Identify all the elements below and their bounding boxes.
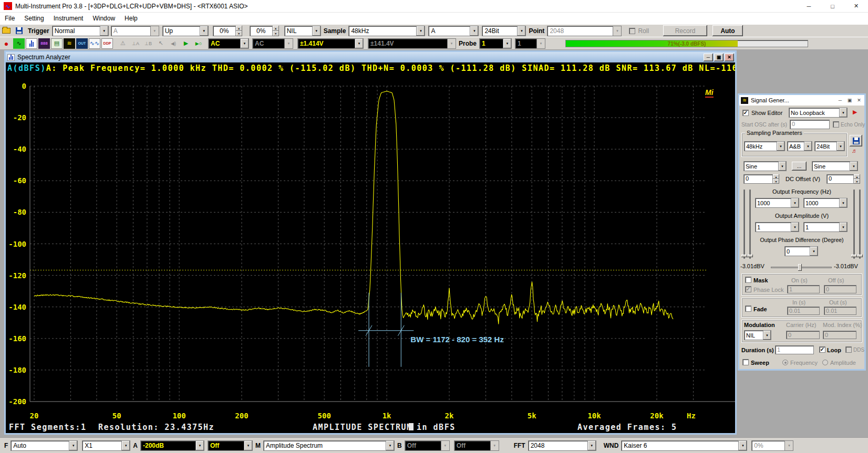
trigger-delay-stepper[interactable]: 0% ▲▼	[250, 26, 279, 36]
trigger-edge-select[interactable]: Up▼	[162, 26, 209, 36]
range-b-select: ±141.4V▼	[368, 38, 456, 49]
slider-handle-b1[interactable]	[851, 255, 857, 257]
device-test-plan-icon[interactable]: OUT	[76, 38, 88, 49]
maximize-icon[interactable]: □	[821, 0, 844, 13]
oscilloscope-icon[interactable]: ∿	[13, 38, 25, 49]
auto-button[interactable]: Auto	[712, 25, 743, 36]
trigger-level-stepper[interactable]: 0% ▲▼	[213, 26, 242, 36]
notes-icon[interactable]: ♬	[852, 148, 857, 154]
wnd-label: WND	[604, 442, 619, 449]
freq-axis-label: F	[4, 442, 8, 449]
phase-lock-checkbox	[745, 286, 751, 292]
coupling-a-select[interactable]: AC▼	[208, 38, 249, 49]
waveform-editor-button[interactable]: ...	[792, 162, 807, 171]
amplitude-slider-b2[interactable]	[859, 189, 861, 259]
menu-instrument[interactable]: Instrument	[49, 13, 88, 24]
siggen-titlebar[interactable]: ≋ Signal Gener... ─ ▣ ✕	[739, 95, 864, 106]
amplitude-slider-a2[interactable]	[749, 189, 751, 259]
spectrum-chart[interactable]: 0-20-40-60-80-100-120-140-160-180-200205…	[6, 74, 735, 433]
waveform-b-select[interactable]: Sine▼	[812, 161, 858, 171]
slider-handle-b2[interactable]	[857, 255, 863, 257]
loop-checkbox[interactable]	[819, 346, 825, 353]
siggen-bits-select[interactable]: 24Bit▼	[814, 141, 845, 151]
pointer-icon: ↖	[155, 38, 167, 49]
play-loop-icon[interactable]: ▶○	[193, 38, 204, 49]
waveform-a-select[interactable]: Sine▼	[743, 161, 787, 171]
slider-handle-a1[interactable]	[741, 255, 747, 257]
spectrum-minimize-icon[interactable]: ─	[704, 54, 713, 61]
spectrum-analyzer-icon[interactable]	[26, 38, 37, 49]
frequency-a-select[interactable]: 1000▼	[755, 198, 799, 208]
duration-field[interactable]: 1	[775, 345, 814, 354]
channel-scale-label: A(dBFS)	[7, 64, 46, 73]
frequency-b-select[interactable]: 1000▼	[803, 198, 848, 208]
mask-checkbox[interactable]	[745, 277, 751, 283]
spectrum-3d-icon[interactable]: ≋	[64, 38, 75, 49]
fade-checkbox[interactable]	[745, 305, 751, 312]
slider-handle-a2[interactable]	[747, 255, 753, 257]
dc-offset-b-stepper[interactable]: ▲▼	[854, 174, 860, 184]
spectrum-restore-icon[interactable]: ▣	[714, 54, 724, 61]
multimeter-icon[interactable]: 888	[38, 38, 50, 49]
sample-bits-select[interactable]: 24Bit▼	[482, 26, 526, 36]
freq-axis-select[interactable]: Auto▼	[11, 440, 78, 451]
probe-a-select[interactable]: 1▼	[479, 38, 512, 49]
menu-setting[interactable]: Setting	[19, 13, 48, 24]
spectrum-window-titlebar[interactable]: Spectrum Analyzer ─ ▣ ✕	[6, 52, 735, 62]
sweep-checkbox[interactable]	[742, 359, 749, 365]
trigger-nil-select[interactable]: NIL▼	[284, 26, 321, 36]
minimize-icon[interactable]: ─	[797, 0, 821, 13]
sample-rate-select[interactable]: 48kHz▼	[348, 26, 425, 36]
signal-generator-icon[interactable]: ∿∿	[89, 38, 100, 49]
menu-help[interactable]: Help	[120, 13, 142, 24]
record-icon[interactable]: ●	[1, 38, 12, 49]
ddp-viewer-icon[interactable]: DDP	[101, 38, 113, 49]
siggen-minimize-icon[interactable]: ─	[836, 97, 844, 104]
amplitude-slider-a1[interactable]	[743, 189, 745, 259]
siggen-channels-select[interactable]: A&B▼	[787, 141, 812, 151]
range-a-display-select[interactable]: -200dB▼	[140, 440, 204, 451]
siggen-maximize-icon[interactable]: ▣	[845, 97, 854, 104]
loopback-select[interactable]: No Loopback▼	[789, 108, 848, 118]
menu-file[interactable]: File	[0, 13, 19, 24]
window-function-select[interactable]: Kaiser 6▼	[621, 440, 747, 451]
zoom-select[interactable]: X1▼	[82, 440, 130, 451]
dds-label: DDS	[853, 347, 864, 353]
amplitude-a-select[interactable]: 1▼	[755, 222, 799, 232]
siggen-rate-select[interactable]: 48kHz▼	[744, 141, 785, 151]
amplitude-b-select[interactable]: 1▼	[803, 222, 848, 232]
siggen-close-icon[interactable]: ✕	[855, 97, 863, 104]
data-logger-icon[interactable]: ▤	[51, 38, 63, 49]
dc-offset-b-field[interactable]: 0	[826, 174, 854, 184]
svg-text:5k: 5k	[528, 412, 536, 420]
coupling-b-select: AC▼	[252, 38, 293, 49]
mi-logo: Mi	[705, 89, 714, 98]
spectrum-close-icon[interactable]: ✕	[725, 54, 734, 61]
open-file-icon[interactable]	[1, 26, 12, 36]
show-editor-checkbox[interactable]	[742, 110, 749, 116]
play-icon[interactable]: ▶	[180, 38, 192, 49]
phase-select[interactable]: 0▼	[784, 246, 818, 256]
display-mode-select[interactable]: Amplitude Spectrum▼	[263, 440, 395, 451]
dc-offset-a-stepper[interactable]: ▲▼	[773, 174, 779, 184]
mask-on-label: On (s)	[791, 277, 808, 283]
save-file-icon[interactable]	[13, 26, 25, 36]
fft-size-select[interactable]: 2048▼	[528, 440, 596, 451]
siggen-play-icon[interactable]: ▶	[853, 109, 857, 115]
bw-cursor-label: BW = 1172 - 820 = 352 Hz	[410, 335, 504, 344]
sample-channel-select[interactable]: A▼	[428, 26, 479, 36]
siggen-save-button[interactable]	[850, 135, 862, 146]
range-a-select[interactable]: ±1.414V▼	[297, 38, 364, 49]
balance-slider-handle[interactable]	[798, 264, 802, 271]
chart-units-label: in dBFS	[417, 423, 456, 432]
spectrum-plot[interactable]: 0-20-40-60-80-100-120-140-160-180-200205…	[6, 74, 735, 433]
close-icon[interactable]: ✕	[844, 0, 868, 13]
amplitude-slider-b1[interactable]	[853, 189, 855, 259]
shift-a-select[interactable]: Off▼	[208, 440, 253, 451]
trigger-mode-select[interactable]: Normal▼	[52, 26, 109, 36]
svg-text:-80: -80	[13, 208, 26, 216]
dc-offset-a-field[interactable]: 0	[743, 174, 773, 184]
modulation-select[interactable]: NIL▼	[744, 330, 771, 340]
carrier-field: 0	[786, 331, 820, 339]
menu-window[interactable]: Window	[88, 13, 120, 24]
